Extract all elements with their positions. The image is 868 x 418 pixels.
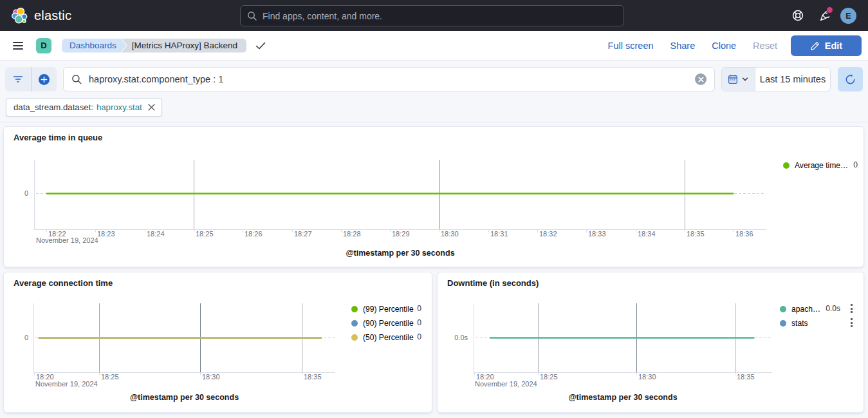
svg-text:18:26: 18:26 [245, 230, 263, 238]
chart-3: 18:2018:2518:3018:35November 19, 20240.0… [438, 272, 865, 413]
legend-menu-icon[interactable] [847, 318, 855, 327]
legend-dot [783, 162, 790, 169]
svg-text:@timestamp per 30 seconds: @timestamp per 30 seconds [130, 393, 239, 402]
svg-text:18:24: 18:24 [147, 230, 165, 238]
svg-text:18:29: 18:29 [392, 230, 410, 238]
legend-value: 0 [819, 160, 858, 169]
svg-text:18:34: 18:34 [638, 230, 656, 238]
legend-label[interactable]: stats [791, 319, 808, 328]
dashboard-grid: Average time in queue18:2218:2318:2418:2… [0, 0, 868, 418]
svg-text:18:27: 18:27 [294, 230, 312, 238]
legend-dot [780, 320, 786, 327]
svg-text:18:30: 18:30 [202, 373, 220, 381]
dashboard-panel: Average connection time18:2018:2518:3018… [3, 272, 432, 413]
svg-text:November 19, 2024: November 19, 2024 [36, 236, 98, 244]
svg-text:18:23: 18:23 [97, 230, 115, 238]
legend-dot [351, 334, 358, 341]
legend-dot [780, 306, 786, 312]
svg-text:November 19, 2024: November 19, 2024 [35, 380, 98, 388]
svg-text:18:35: 18:35 [687, 230, 705, 238]
svg-text:18:25: 18:25 [196, 230, 214, 238]
svg-text:18:25: 18:25 [101, 373, 119, 381]
svg-text:18:36: 18:36 [735, 230, 753, 238]
chart-2: 18:2018:2518:3018:35November 19, 20240@t… [4, 272, 433, 413]
legend-value: 0.0s [802, 304, 840, 313]
svg-text:@timestamp per 30 seconds: @timestamp per 30 seconds [346, 249, 454, 258]
svg-text:18:30: 18:30 [638, 373, 656, 381]
svg-text:0.0s: 0.0s [454, 334, 468, 341]
chart-1: 18:2218:2318:2418:2518:2618:2718:2818:29… [4, 127, 865, 268]
svg-text:November 19, 2024: November 19, 2024 [475, 380, 537, 388]
legend-value: 0 [383, 318, 421, 327]
legend-menu-icon[interactable] [847, 304, 855, 313]
svg-text:18:28: 18:28 [343, 230, 361, 238]
svg-text:18:30: 18:30 [441, 230, 459, 238]
legend-item[interactable]: stats [780, 318, 808, 328]
svg-text:18:32: 18:32 [539, 230, 557, 238]
legend-value: 0 [383, 304, 421, 313]
svg-text:0: 0 [24, 189, 28, 197]
svg-text:0: 0 [24, 334, 28, 341]
legend-dot [351, 320, 358, 327]
svg-text:18:35: 18:35 [304, 373, 322, 381]
svg-text:18:33: 18:33 [588, 230, 606, 238]
svg-text:18:35: 18:35 [737, 373, 755, 381]
legend-value: 0 [383, 332, 421, 341]
legend-dot [351, 306, 358, 312]
svg-text:18:31: 18:31 [490, 230, 508, 238]
svg-text:18:25: 18:25 [540, 373, 558, 381]
dashboard-panel: Downtime (in seconds)18:2018:2518:3018:3… [437, 272, 864, 413]
svg-text:@timestamp per 30 seconds: @timestamp per 30 seconds [568, 393, 677, 402]
dashboard-panel: Average time in queue18:2218:2318:2418:2… [3, 126, 864, 267]
